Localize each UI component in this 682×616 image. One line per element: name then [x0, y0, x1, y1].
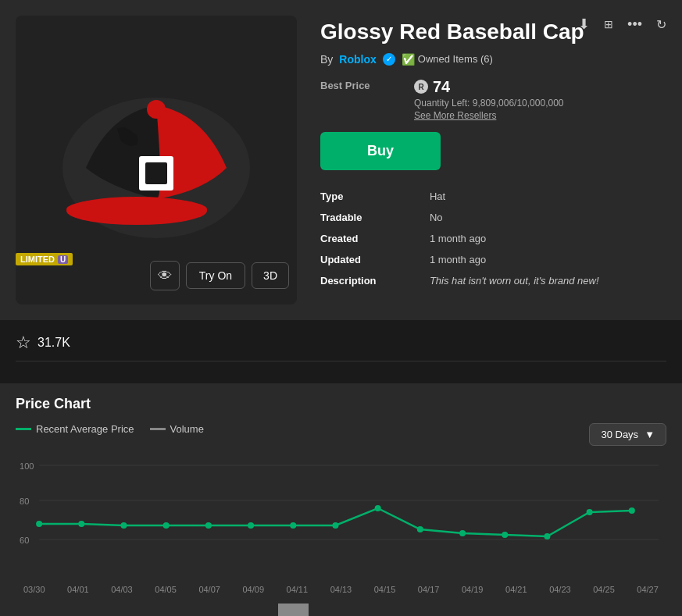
chart-svg: 100 80 60 — [16, 454, 666, 579]
x-label: 04/03 — [111, 585, 133, 594]
legend-volume-label: Volume — [170, 423, 204, 435]
svg-point-13 — [78, 521, 84, 527]
x-label: 04/23 — [549, 585, 571, 594]
more-button[interactable]: ••• — [624, 13, 645, 36]
volume-bar — [278, 604, 309, 616]
chart-x-labels: 03/3004/0104/0304/0504/0704/0904/1104/13… — [16, 585, 666, 594]
limited-text: LIMITED — [20, 255, 55, 264]
item-details: Glossy Red Baseball Cap By Roblox ✓ ✅ Ow… — [320, 16, 666, 304]
detail-row: Tradable No — [320, 207, 666, 228]
svg-point-15 — [163, 522, 170, 529]
svg-point-3 — [66, 198, 207, 221]
x-label: 04/09 — [242, 585, 264, 594]
x-label: 04/21 — [505, 585, 527, 594]
item-creator: By Roblox ✓ ✅ Owned Items (6) — [320, 53, 666, 66]
price-chart-section: Price Chart Recent Average Price Volume … — [0, 383, 682, 616]
detail-key: Created — [320, 228, 430, 249]
top-section: ⬇ ⊞ ••• ↻ LIMITED U — [0, 0, 682, 320]
x-label: 04/01 — [67, 585, 89, 594]
detail-value: No — [430, 207, 666, 228]
detail-key: Type — [320, 186, 430, 207]
chevron-down-icon: ▼ — [645, 429, 655, 440]
detail-value: 1 month ago — [430, 249, 666, 270]
price-number: 74 — [433, 78, 450, 96]
svg-point-22 — [459, 530, 466, 536]
favorites-row: ☆ 31.7K — [16, 333, 666, 353]
detail-value: This hat isn't worn out, it's brand new! — [430, 270, 666, 291]
time-selector-button[interactable]: 30 Days ▼ — [589, 423, 666, 446]
svg-point-18 — [290, 522, 296, 529]
detail-value: Hat — [430, 186, 666, 207]
robux-icon: R — [414, 80, 428, 94]
legend-avg-price: Recent Average Price — [16, 423, 134, 435]
detail-key: Updated — [320, 249, 430, 270]
x-label: 04/19 — [462, 585, 484, 594]
item-image-container: LIMITED U 👁 Try On 3D — [16, 16, 297, 304]
creator-name[interactable]: Roblox — [339, 53, 376, 66]
price-value: R 74 — [414, 78, 563, 96]
x-label: 03/30 — [23, 585, 45, 594]
x-label: 04/13 — [330, 585, 352, 594]
owned-label: Owned Items (6) — [418, 53, 493, 65]
x-label: 04/27 — [637, 585, 659, 594]
eye-button[interactable]: 👁 — [150, 261, 180, 290]
svg-text:80: 80 — [20, 497, 29, 506]
svg-rect-5 — [145, 162, 167, 184]
owned-badge: ✅ Owned Items (6) — [402, 53, 493, 66]
detail-key: Tradable — [320, 207, 430, 228]
refresh-button[interactable]: ↻ — [653, 14, 670, 35]
x-label: 04/17 — [418, 585, 440, 594]
x-label: 04/15 — [374, 585, 396, 594]
svg-point-20 — [375, 505, 381, 511]
header-icons: ⬇ ⊞ ••• ↻ — [575, 12, 670, 36]
item-image — [47, 66, 266, 254]
favorites-count: 31.7K — [37, 336, 70, 350]
by-label: By — [320, 53, 333, 66]
quantity-text: Quantity Left: 9,809,006/10,000,000 — [414, 98, 563, 109]
u-badge: U — [58, 255, 68, 264]
svg-point-26 — [629, 507, 635, 514]
svg-point-16 — [205, 522, 212, 529]
legend-volume: Volume — [150, 423, 204, 435]
x-label: 04/25 — [593, 585, 615, 594]
x-label: 04/05 — [155, 585, 177, 594]
chart-header: Recent Average Price Volume 30 Days ▼ — [16, 423, 666, 446]
details-table: Type Hat Tradable No Created 1 month ago… — [320, 186, 666, 291]
svg-point-17 — [248, 522, 254, 529]
star-icon[interactable]: ☆ — [16, 333, 31, 353]
svg-point-25 — [587, 509, 593, 515]
svg-text:100: 100 — [20, 461, 34, 471]
x-label: 04/11 — [287, 585, 309, 594]
svg-text:60: 60 — [20, 536, 29, 545]
detail-row: Created 1 month ago — [320, 228, 666, 249]
chart-area: 100 80 60 — [16, 454, 666, 579]
try-on-button[interactable]: Try On — [186, 262, 245, 289]
volume-bars — [16, 600, 666, 616]
price-info: R 74 Quantity Left: 9,809,006/10,000,000… — [414, 78, 563, 121]
tree-button[interactable]: ⊞ — [601, 15, 616, 34]
legend-avg-label: Recent Average Price — [36, 423, 134, 435]
price-label: Best Price — [320, 78, 391, 91]
detail-value: 1 month ago — [430, 228, 666, 249]
time-selector-label: 30 Days — [601, 429, 638, 440]
svg-point-19 — [332, 522, 338, 529]
image-controls: 👁 Try On 3D — [150, 261, 289, 290]
detail-row: Description This hat isn't worn out, it'… — [320, 270, 666, 291]
detail-row: Type Hat — [320, 186, 666, 207]
bottom-section: ☆ 31.7K — [0, 320, 682, 383]
download-button[interactable]: ⬇ — [575, 12, 593, 36]
price-section: Best Price R 74 Quantity Left: 9,809,006… — [320, 78, 666, 121]
divider — [16, 361, 666, 361]
detail-row: Updated 1 month ago — [320, 249, 666, 270]
svg-point-24 — [544, 533, 550, 539]
see-resellers-link[interactable]: See More Resellers — [414, 110, 563, 121]
svg-point-23 — [502, 532, 508, 538]
buy-button[interactable]: Buy — [320, 132, 441, 170]
svg-point-21 — [417, 526, 423, 532]
chart-legend: Recent Average Price Volume — [16, 423, 204, 435]
3d-button[interactable]: 3D — [252, 262, 289, 289]
owned-check-icon: ✅ — [402, 53, 415, 66]
green-line-icon — [16, 428, 31, 430]
price-chart-title: Price Chart — [16, 396, 666, 412]
svg-point-1 — [147, 100, 166, 119]
